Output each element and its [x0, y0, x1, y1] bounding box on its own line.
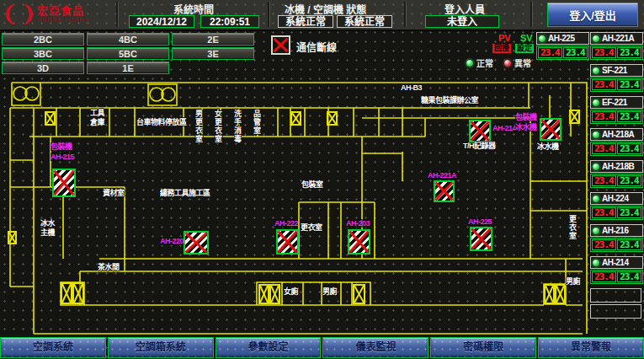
unit-sv-value: 23.4 [617, 207, 641, 218]
plan-room-dividers [56, 108, 402, 137]
unit-name-label: AH-218A [602, 130, 634, 139]
nav-button[interactable]: 密碼權限 [430, 337, 536, 358]
plan-room-label: 倉庫 [90, 118, 104, 126]
unit-name-box[interactable]: AH-225 [536, 32, 589, 45]
nav-button[interactable]: 異常警報 [538, 337, 644, 358]
stair-x-icon [353, 284, 365, 304]
red-x-icon [541, 120, 560, 139]
plan-unit-label: 包裝機 [51, 142, 72, 151]
nav-button[interactable]: 儀表監視 [322, 337, 428, 358]
plan-unit-label: AH-215 [51, 153, 74, 161]
unit-status-led-icon [592, 163, 600, 171]
red-x-icon [185, 233, 207, 253]
unit-block: AH-218A 23.4 23.4 [590, 128, 643, 156]
plan-room-label: 工具 [90, 109, 104, 117]
unit-name-box[interactable]: AH-224 [590, 192, 643, 205]
unit-block: AH-225 23.4 23.4 [536, 32, 589, 60]
unit-name-box[interactable]: AH-218B [590, 160, 643, 173]
unit-name-label: AH-218B [602, 162, 634, 171]
plan-room-label: 糖果包裝課辦公室 [421, 96, 478, 104]
unit-status-led-icon [592, 67, 600, 75]
plan-room-label: 主機 [40, 228, 55, 237]
plan-unit-label: 包裝機 [515, 113, 537, 121]
plan-unit-label: AH-220 [160, 237, 184, 245]
ahu-comm-loss-box[interactable] [470, 227, 492, 251]
unit-name-box[interactable]: AH-218A [590, 128, 643, 141]
unit-sv-value: 23.4 [617, 47, 641, 58]
unit-values: 23.4 23.4 [590, 142, 643, 156]
ahu-comm-loss-box[interactable] [52, 169, 76, 197]
stair-x-icon [258, 284, 269, 304]
stair-x-icon [45, 111, 56, 126]
ahu-comm-loss-box[interactable] [184, 231, 209, 255]
unit-status-led-icon [538, 35, 546, 43]
red-x-icon [54, 170, 74, 196]
ahu-comm-loss-box[interactable] [469, 120, 491, 142]
unit-name-box[interactable]: AH-221A [590, 32, 643, 45]
empty-slot [590, 304, 641, 319]
unit-sv-value: 23.4 [617, 175, 641, 186]
empty-slot [590, 288, 641, 303]
ahu-comm-loss-box[interactable] [276, 229, 299, 255]
red-x-icon [471, 121, 489, 141]
unit-block: EF-221 23.4 23.4 [590, 96, 643, 124]
unit-values: 23.4 23.4 [590, 270, 643, 284]
unit-name-label: SF-221 [602, 66, 627, 75]
plan-room-label: AH-B3 [401, 83, 422, 92]
nav-button[interactable]: 參數設定 [216, 337, 322, 358]
plan-unit-label: AH-225 [468, 217, 492, 226]
plan-room-label: 女更衣室 [214, 110, 222, 143]
plan-room-label: 男廁 [322, 287, 337, 296]
plan-room-label: 女廁 [284, 287, 298, 296]
unit-status-led-icon [592, 35, 600, 43]
stair-x-icon [61, 282, 72, 304]
unit-name-label: AH-224 [602, 194, 628, 203]
unit-sv-value: 23.4 [617, 79, 641, 90]
plan-room-label: 更衣室 [301, 223, 322, 232]
plan-room-label: 洗手消毒 [233, 110, 242, 143]
unit-name-label: AH-225 [548, 34, 574, 43]
unit-values: 23.4 23.4 [590, 46, 643, 60]
unit-name-box[interactable]: SF-221 [590, 64, 643, 77]
stair-x-icon [569, 110, 580, 124]
unit-name-box[interactable]: AH-214 [590, 256, 643, 269]
unit-pv-value: 23.4 [592, 79, 616, 90]
stair-x-icon [72, 282, 84, 304]
unit-sv-value: 23.4 [617, 239, 641, 250]
ahu-comm-loss-box[interactable] [540, 118, 562, 141]
plan-unit-label: AH-222 [274, 219, 298, 228]
unit-block: AH-224 23.4 23.4 [590, 192, 643, 220]
unit-sv-value: 23.4 [617, 271, 641, 282]
unit-name-box[interactable]: EF-221 [590, 96, 643, 109]
bottom-nav: 空調系統 空調箱系統 參數設定 儀表監視 密碼權限 異常警報 [0, 337, 644, 358]
plan-unit-label: 冰水機 [515, 123, 537, 131]
nav-button[interactable]: 空調系統 [0, 337, 106, 358]
unit-status-led-icon [592, 195, 600, 203]
unit-name-label: AH-214 [602, 258, 628, 267]
unit-values: 23.4 23.4 [590, 78, 643, 92]
unit-sv-value: 23.4 [617, 143, 641, 154]
stair-x-icon [269, 284, 280, 304]
unit-values: 23.4 23.4 [536, 46, 589, 60]
plan-room-label: 茶水間 [98, 263, 120, 271]
unit-name-box[interactable]: AH-216 [590, 224, 643, 237]
plan-room-label: 資材室 [103, 189, 125, 197]
plan-room-label: 台車物料停放區 [136, 118, 187, 126]
ahu-comm-loss-box[interactable] [348, 229, 370, 255]
plan-room-label: 包裝室 [301, 180, 323, 189]
red-x-icon [278, 231, 297, 253]
ahu-comm-loss-box[interactable] [434, 180, 455, 202]
plan-unit-label: AH-214 [492, 124, 516, 132]
unit-sv-value: 23.4 [617, 111, 641, 122]
unit-pv-value: 23.4 [592, 207, 616, 218]
unit-status-led-icon [592, 259, 600, 267]
unit-values: 23.4 23.4 [590, 238, 643, 252]
unit-pv-value: 23.4 [538, 47, 562, 58]
unit-status-led-icon [592, 99, 600, 107]
nav-button[interactable]: 空調箱系統 [108, 337, 214, 358]
plan-room-label: 男廁 [566, 277, 580, 286]
plan-room-label: 冰水 [40, 219, 55, 228]
red-x-icon [471, 228, 491, 249]
unit-pv-value: 23.4 [592, 271, 616, 282]
red-x-icon [435, 182, 453, 201]
